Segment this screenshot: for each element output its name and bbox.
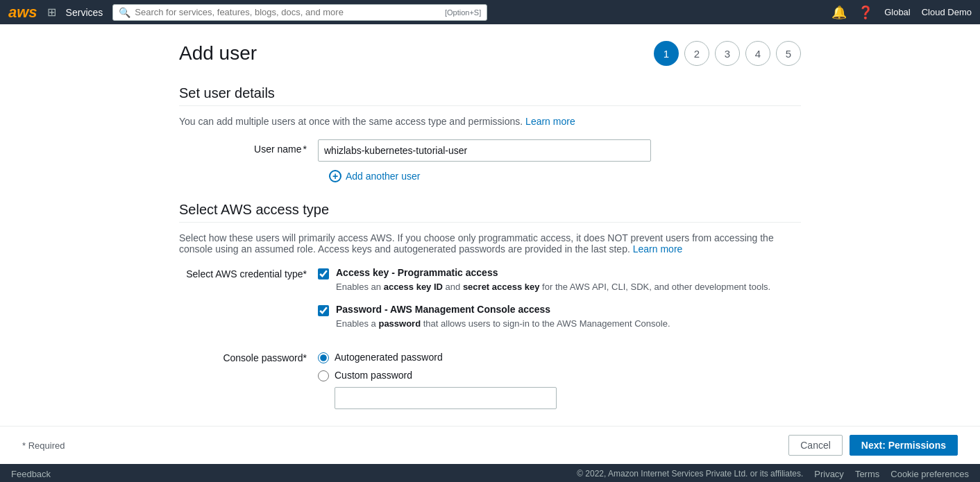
step-3[interactable]: 3 (715, 41, 740, 66)
page-title: Add user (179, 42, 257, 64)
custom-password-label: Custom password (335, 370, 412, 381)
bottom-links: © 2022, Amazon Internet Services Private… (577, 469, 969, 479)
top-navigation: aws ⊞ Services 🔍 [Option+S] 🔔 ❓ Global C… (0, 0, 980, 24)
access-type-section: Select AWS access type Select how these … (179, 202, 801, 409)
learn-more-link-1[interactable]: Learn more (525, 116, 575, 127)
search-icon: 🔍 (119, 7, 130, 18)
services-nav-label[interactable]: Services (66, 7, 103, 18)
access-key-desc: Enables an access key ID and secret acce… (336, 280, 770, 294)
copyright-text: © 2022, Amazon Internet Services Private… (577, 469, 803, 479)
option-access-key: Access key - Programmatic access Enables… (318, 267, 801, 294)
footer-actions: Cancel Next: Permissions (788, 435, 958, 456)
help-icon[interactable]: ❓ (858, 5, 873, 20)
add-another-user-label: Add another user (346, 171, 420, 182)
add-another-user-row[interactable]: + Add another user (329, 170, 801, 182)
aws-logo-text: aws (8, 5, 37, 20)
step-1[interactable]: 1 (654, 41, 679, 66)
user-details-description: You can add multiple users at once with … (179, 116, 801, 127)
cancel-button[interactable]: Cancel (788, 435, 843, 456)
username-field-container (318, 139, 651, 162)
terms-link[interactable]: Terms (855, 469, 879, 479)
account-menu[interactable]: Cloud Demo (922, 7, 972, 17)
custom-password-radio[interactable] (318, 370, 329, 381)
step-2[interactable]: 2 (684, 41, 709, 66)
autogenerated-label: Autogenerated password (335, 352, 443, 363)
access-key-checkbox[interactable] (318, 268, 329, 279)
access-key-title: Access key - Programmatic access (336, 267, 770, 278)
region-selector[interactable]: Global (884, 7, 911, 17)
search-input[interactable] (135, 7, 441, 17)
console-access-checkbox[interactable] (318, 305, 329, 316)
required-note: * Required (22, 440, 65, 451)
set-user-details-section: Set user details You can add multiple us… (179, 85, 801, 182)
autogenerated-radio[interactable] (318, 352, 329, 363)
plus-circle-icon: + (329, 170, 341, 182)
password-options: Autogenerated password Custom password (318, 351, 801, 409)
feedback-link[interactable]: Feedback (11, 469, 51, 479)
username-label: User name (179, 139, 318, 155)
privacy-link[interactable]: Privacy (814, 469, 844, 479)
console-access-title: Password - AWS Management Console access (336, 304, 670, 315)
learn-more-link-2[interactable]: Learn more (633, 243, 683, 255)
console-password-label: Console password* (179, 351, 318, 363)
radio-autogenerated[interactable]: Autogenerated password (318, 351, 801, 363)
section-divider-1 (179, 105, 801, 106)
grid-icon[interactable]: ⊞ (47, 6, 56, 19)
main-area: Add user 1 2 3 4 5 Set user details You … (0, 24, 980, 464)
page-footer-bar: * Required Cancel Next: Permissions (0, 426, 980, 464)
section-divider-2 (179, 222, 801, 223)
username-form-row: User name (179, 139, 801, 162)
step-4[interactable]: 4 (745, 41, 770, 66)
radio-custom[interactable]: Custom password (318, 369, 801, 381)
credential-options: Access key - Programmatic access Enables… (318, 267, 801, 340)
credential-type-label: Select AWS credential type* (179, 267, 318, 279)
console-password-row: Console password* Autogenerated password… (179, 351, 801, 409)
next-permissions-button[interactable]: Next: Permissions (850, 435, 958, 456)
aws-logo[interactable]: aws (8, 5, 37, 20)
credential-type-row: Select AWS credential type* Access key -… (179, 267, 801, 340)
console-access-content: Password - AWS Management Console access… (336, 304, 670, 331)
nav-right: 🔔 ❓ Global Cloud Demo (831, 5, 972, 20)
section-title-user-details: Set user details (179, 85, 801, 101)
password-field[interactable] (335, 387, 557, 409)
option-console-access: Password - AWS Management Console access… (318, 304, 801, 331)
page-header: Add user 1 2 3 4 5 (179, 41, 801, 66)
bell-icon[interactable]: 🔔 (831, 5, 847, 20)
cookie-preferences-link[interactable]: Cookie preferences (890, 469, 969, 479)
access-key-content: Access key - Programmatic access Enables… (336, 267, 770, 294)
console-access-desc: Enables a password that allows users to … (336, 317, 670, 331)
search-shortcut: [Option+S] (445, 8, 481, 17)
bottom-bar: Feedback © 2022, Amazon Internet Service… (0, 464, 980, 482)
search-bar[interactable]: 🔍 [Option+S] (112, 4, 487, 21)
section-title-access-type: Select AWS access type (179, 202, 801, 218)
step-indicators: 1 2 3 4 5 (654, 41, 801, 66)
page-container: Add user 1 2 3 4 5 Set user details You … (157, 24, 823, 426)
step-5[interactable]: 5 (776, 41, 801, 66)
username-input[interactable] (318, 139, 651, 162)
password-input-row (335, 387, 801, 409)
access-type-description: Select how these users will primarily ac… (179, 232, 801, 255)
